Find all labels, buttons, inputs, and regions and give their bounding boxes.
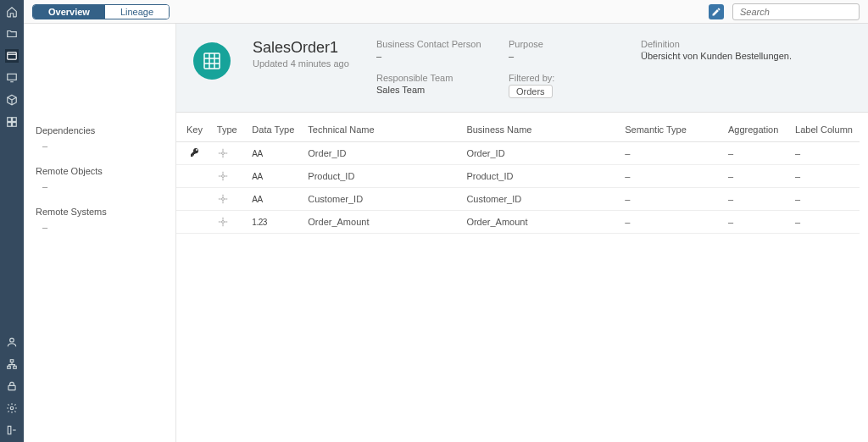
structure-icon[interactable] (5, 357, 19, 371)
table-row[interactable]: AACustomer_IDCustomer_ID––– (176, 188, 860, 211)
grid-icon[interactable] (5, 115, 19, 129)
cell-techname: Product_ID (301, 165, 459, 188)
cell-bizname: Order_Amount (459, 211, 618, 234)
object-header: SalesOrder1 Updated 4 minutes ago Busine… (176, 24, 868, 113)
col-key[interactable]: Key (176, 118, 210, 142)
svg-point-13 (10, 406, 14, 410)
cell-key (176, 188, 210, 211)
svg-point-8 (10, 338, 14, 342)
svg-rect-7 (13, 123, 17, 127)
purpose-value: – (509, 51, 619, 61)
cell-semtype: – (618, 165, 721, 188)
remote-systems-section: Remote Systems – (24, 198, 175, 239)
gear-icon[interactable] (5, 401, 19, 415)
svg-rect-10 (8, 366, 11, 368)
table-row[interactable]: AAProduct_IDProduct_ID––– (176, 165, 860, 188)
side-panel: Dependencies – Remote Objects – Remote S… (24, 24, 176, 442)
card-icon[interactable] (5, 49, 19, 63)
cell-techname: Order_ID (301, 142, 459, 165)
contact-label: Business Contact Person (376, 39, 487, 49)
cell-type (210, 211, 246, 234)
cell-datatype: AA (245, 142, 301, 165)
svg-rect-2 (8, 74, 17, 80)
table-row[interactable]: 1.23Order_AmountOrder_Amount––– (176, 211, 860, 234)
key-icon (190, 149, 200, 159)
cell-techname: Order_Amount (301, 211, 459, 234)
svg-rect-12 (8, 385, 15, 390)
col-bizname[interactable]: Business Name (459, 118, 618, 142)
dimension-icon (217, 170, 239, 182)
display-icon[interactable] (5, 71, 19, 85)
cell-key (176, 211, 210, 234)
cell-bizname: Customer_ID (459, 188, 618, 211)
col-techname[interactable]: Technical Name (301, 118, 459, 142)
user-icon[interactable] (5, 335, 19, 349)
cell-labelcol: – (788, 165, 860, 188)
svg-rect-0 (8, 52, 17, 59)
dimension-icon (217, 216, 239, 228)
deps-section: Dependencies – (24, 117, 175, 157)
cell-type (210, 188, 246, 211)
cell-bizname: Product_ID (459, 165, 618, 188)
edit-button[interactable] (709, 4, 724, 19)
columns-table: Key Type Data Type Technical Name Busine… (176, 118, 860, 234)
cell-agg: – (721, 188, 788, 211)
contact-value: – (376, 51, 487, 61)
tab-overview[interactable]: Overview (33, 5, 105, 19)
svg-rect-4 (8, 118, 12, 122)
cell-agg: – (721, 165, 788, 188)
filtered-label: Filtered by: (509, 73, 619, 83)
svg-point-28 (221, 175, 224, 178)
remote-objects-label: Remote Objects (36, 166, 164, 176)
svg-point-33 (221, 198, 224, 201)
cell-techname: Customer_ID (301, 188, 459, 211)
col-labelcolumn[interactable]: Label Column (788, 118, 860, 142)
team-value: Sales Team (376, 85, 487, 95)
cell-type (210, 142, 246, 165)
cell-labelcol: – (788, 211, 860, 234)
definition-label: Definition (641, 39, 810, 49)
svg-rect-5 (13, 118, 17, 122)
object-title: SalesOrder1 (253, 39, 354, 57)
object-type-icon (193, 42, 231, 80)
tab-lineage[interactable]: Lineage (105, 5, 169, 19)
cell-agg: – (721, 211, 788, 234)
svg-rect-11 (14, 366, 17, 368)
collapse-icon[interactable] (5, 423, 19, 437)
definition-value: Übersicht von Kunden Bestellungen. (641, 51, 810, 61)
col-type[interactable]: Type (210, 118, 246, 142)
remote-objects-value: – (36, 181, 164, 191)
deps-value: – (36, 141, 164, 151)
home-icon[interactable] (5, 5, 19, 19)
svg-rect-6 (8, 123, 12, 127)
col-aggregation[interactable]: Aggregation (721, 118, 788, 142)
cell-key (176, 142, 210, 165)
remote-systems-label: Remote Systems (36, 207, 164, 217)
cell-datatype: 1.23 (245, 211, 301, 234)
table-row[interactable]: AAOrder_IDOrder_ID––– (176, 142, 860, 165)
deps-label: Dependencies (36, 125, 164, 135)
cell-semtype: – (618, 188, 721, 211)
svg-rect-9 (10, 360, 14, 362)
cell-datatype: AA (245, 165, 301, 188)
top-bar: Overview Lineage (24, 0, 868, 24)
cell-labelcol: – (788, 142, 860, 165)
lock-icon[interactable] (5, 379, 19, 393)
cell-datatype: AA (245, 188, 301, 211)
dimension-icon (217, 193, 239, 205)
search-box[interactable] (732, 3, 860, 20)
cell-semtype: – (618, 211, 721, 234)
cell-key (176, 165, 210, 188)
nav-rail (0, 0, 24, 442)
col-datatype[interactable]: Data Type (245, 118, 301, 142)
remote-objects-section: Remote Objects – (24, 157, 175, 198)
svg-rect-14 (8, 426, 11, 434)
folder-icon[interactable] (5, 27, 19, 41)
filter-chip[interactable]: Orders (509, 85, 553, 98)
cell-labelcol: – (788, 188, 860, 211)
cube-icon[interactable] (5, 93, 19, 107)
search-input[interactable] (740, 7, 858, 17)
col-semtype[interactable]: Semantic Type (618, 118, 721, 142)
cell-agg: – (721, 142, 788, 165)
svg-point-23 (221, 152, 224, 155)
